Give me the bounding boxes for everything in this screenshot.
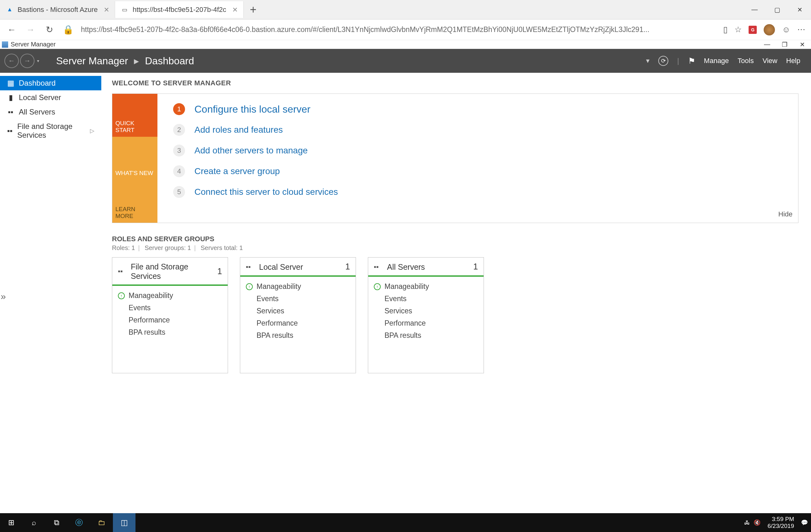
taskbar-explorer-icon[interactable]: 🗀 [90, 513, 113, 532]
back-button[interactable]: ← [6, 25, 18, 35]
tile-title: Local Server [259, 262, 303, 272]
sidebar-item-label: Dashboard [19, 79, 56, 88]
refresh-icon[interactable]: ⟳ [658, 56, 668, 66]
tile-count: 1 [345, 262, 350, 272]
server-manager-icon [2, 41, 8, 48]
profile-avatar[interactable] [764, 24, 775, 35]
tray-sound-icon[interactable]: 🔇 [754, 519, 761, 526]
quick-start-step[interactable]: 3Add other servers to manage [173, 145, 782, 156]
favorite-icon[interactable]: ☆ [734, 25, 742, 34]
close-icon[interactable]: × [226, 5, 238, 15]
tile-row[interactable]: ↑Manageability [118, 290, 222, 302]
menu-manage[interactable]: Manage [704, 57, 729, 65]
tile-row[interactable]: ↑Manageability [374, 280, 478, 293]
task-view-button[interactable]: ⧉ [45, 513, 68, 532]
tray-notifications-icon[interactable]: 💬 [801, 519, 808, 526]
sidebar-toggle-icon[interactable]: » [0, 289, 6, 304]
quick-start-step[interactable]: 1Configure this local server [173, 103, 782, 115]
tile-icon: ▪▪ [246, 263, 255, 271]
refresh-button[interactable]: ↻ [43, 25, 55, 35]
browser-tab-bastion[interactable]: ▭ https://bst-4fbc9e51-207b-4f2c × [115, 1, 244, 18]
step-number: 1 [173, 103, 185, 115]
status-up-icon: ↑ [374, 283, 381, 290]
nav-forward-button[interactable]: → [20, 54, 34, 68]
reading-view-icon[interactable]: ▯ [723, 25, 728, 34]
extension-badge-icon[interactable]: G [749, 26, 757, 34]
app-minimize-button[interactable]: — [758, 41, 776, 48]
tile-row[interactable]: BPA results [118, 326, 222, 338]
tile-row[interactable]: Events [246, 293, 350, 305]
more-icon[interactable]: ⋯ [797, 25, 805, 34]
nav-history-dropdown[interactable]: ▾ [37, 58, 39, 63]
role-tile[interactable]: ▪▪ All Servers 1 ↑ManageabilityEventsSer… [368, 257, 484, 373]
welcome-title: WELCOME TO SERVER MANAGER [112, 79, 798, 87]
role-tile[interactable]: ▪▪ Local Server 1 ↑ManageabilityEventsSe… [240, 257, 356, 373]
tab-quick-start[interactable]: QUICK START [112, 94, 157, 137]
page-icon: ▭ [121, 6, 129, 14]
minimize-button[interactable]: — [743, 3, 766, 16]
tray-network-icon[interactable]: 🖧 [744, 519, 750, 526]
tile-row[interactable]: Services [246, 305, 350, 317]
tab-title: Bastions - Microsoft Azure [18, 6, 98, 14]
tile-row[interactable]: Performance [118, 314, 222, 326]
menu-tools[interactable]: Tools [738, 57, 754, 65]
tile-row[interactable]: Performance [246, 317, 350, 329]
tab-whats-new[interactable]: WHAT'S NEW [112, 137, 157, 180]
menu-view[interactable]: View [762, 57, 777, 65]
tile-row[interactable]: Events [374, 293, 478, 305]
taskbar-ie-icon[interactable]: ⓔ [68, 513, 90, 532]
tab-title: https://bst-4fbc9e51-207b-4f2c [133, 6, 226, 14]
server-icon: ▮ [7, 93, 14, 102]
sidebar-item-local-server[interactable]: ▮ Local Server [0, 90, 101, 105]
start-button[interactable]: ⊞ [0, 513, 22, 532]
tile-row[interactable]: BPA results [374, 329, 478, 341]
role-tile[interactable]: ▪▪ File and Storage Services 1 ↑Manageab… [112, 257, 228, 373]
tile-row[interactable]: BPA results [246, 329, 350, 341]
tile-icon: ▪▪ [374, 263, 383, 271]
taskbar: ⊞ ⌕ ⧉ ⓔ 🗀 ◫ 🖧 🔇 3:59 PM 6/23/2019 💬 [0, 513, 811, 532]
feedback-icon[interactable]: ☺ [782, 25, 790, 34]
quick-start-step[interactable]: 2Add roles and features [173, 124, 782, 136]
sidebar-item-file-storage[interactable]: ▪▪ File and Storage Services ▷ [0, 119, 101, 142]
sidebar-item-all-servers[interactable]: ▪▪ All Servers [0, 105, 101, 119]
tile-title: File and Storage Services [131, 262, 217, 281]
tile-row[interactable]: Services [374, 305, 478, 317]
window-controls: — ▢ ✕ [743, 3, 811, 16]
roles-section-title: ROLES AND SERVER GROUPS [112, 235, 798, 243]
tab-learn-more[interactable]: LEARN MORE [112, 180, 157, 223]
taskbar-server-manager-icon[interactable]: ◫ [113, 513, 136, 532]
browser-tab-strip: ▲ Bastions - Microsoft Azure × ▭ https:/… [0, 0, 811, 19]
step-text: Add roles and features [195, 125, 283, 135]
close-icon[interactable]: × [98, 5, 109, 15]
tile-count: 1 [217, 267, 222, 276]
app-close-button[interactable]: ✕ [793, 41, 811, 48]
menu-help[interactable]: Help [786, 57, 800, 65]
close-button[interactable]: ✕ [789, 3, 811, 16]
search-button[interactable]: ⌕ [22, 513, 45, 532]
hide-link[interactable]: Hide [778, 210, 793, 218]
tile-row[interactable]: Performance [374, 317, 478, 329]
app-maximize-button[interactable]: ❐ [776, 41, 793, 48]
tray-clock[interactable]: 3:59 PM 6/23/2019 [764, 516, 797, 530]
browser-tab-azure[interactable]: ▲ Bastions - Microsoft Azure × [0, 1, 115, 18]
status-up-icon: ↑ [246, 283, 253, 290]
new-tab-button[interactable]: + [244, 3, 263, 16]
flag-icon[interactable]: ⚑ [688, 56, 695, 66]
forward-button[interactable]: → [25, 25, 36, 35]
storage-icon: ▪▪ [7, 126, 13, 135]
quick-start-step[interactable]: 5Connect this server to cloud services [173, 186, 782, 198]
tile-row[interactable]: Events [118, 302, 222, 314]
tile-header: ▪▪ Local Server 1 [240, 258, 356, 277]
quick-start-step[interactable]: 4Create a server group [173, 165, 782, 177]
maximize-button[interactable]: ▢ [766, 3, 789, 16]
breadcrumb: Server Manager ▸ Dashboard [44, 55, 194, 67]
tile-count: 1 [473, 262, 478, 272]
tile-row[interactable]: ↑Manageability [246, 280, 350, 293]
app-title: Server Manager [11, 41, 56, 48]
url-text[interactable]: https://bst-4fbc9e51-207b-4f2c-8a3a-6bf0… [81, 26, 716, 34]
nav-back-button[interactable]: ← [4, 54, 19, 68]
breadcrumb-root[interactable]: Server Manager [56, 55, 128, 66]
app-header: ← → ▾ Server Manager ▸ Dashboard ▾ ⟳ | ⚑… [0, 49, 811, 73]
chevron-down-icon[interactable]: ▾ [646, 57, 649, 65]
sidebar-item-dashboard[interactable]: ▦ Dashboard [0, 76, 101, 90]
